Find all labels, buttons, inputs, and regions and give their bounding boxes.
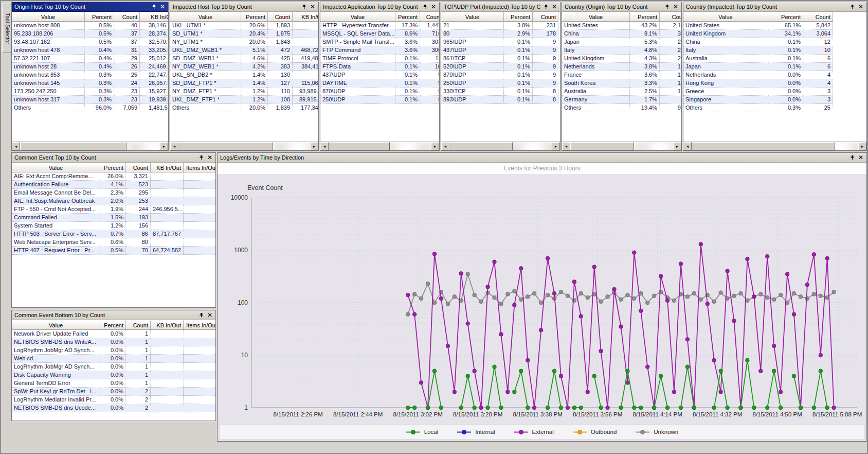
close-icon[interactable]: ✕ (857, 154, 864, 161)
pin-icon[interactable] (150, 3, 157, 10)
scroll-right-button[interactable]: ► (431, 142, 439, 150)
column-header-items-in-out[interactable]: Items In/Out (184, 320, 215, 330)
table-row[interactable]: NETBIOS SMB-DS dns Ucode...0.0%2 (12, 404, 215, 412)
panel-titlebar[interactable]: Country (Origin) Top 10 by Count ✕ (562, 2, 681, 12)
column-header-value[interactable]: Value (12, 12, 85, 22)
table-row[interactable]: 57.32.221.1070.4%2925,012.4... (12, 55, 168, 63)
table-row[interactable]: France3.6%175 (562, 71, 681, 79)
scroll-track[interactable] (692, 142, 858, 150)
table-row[interactable]: MSSQL - SQL Server Data...8.6%716 (320, 30, 439, 38)
column-header-percent[interactable]: Percent (768, 12, 803, 22)
table-row[interactable]: HTTP - Hypertext Transfer...17.3%1,447 (320, 22, 439, 30)
table-row[interactable]: SD_UTM1 *20.4%1,875 (170, 30, 318, 38)
column-header-percent[interactable]: Percent (241, 12, 268, 22)
panel-titlebar[interactable]: TCP\UDP Port (Impacted) Top 10 by Co... … (441, 2, 560, 12)
table-row[interactable]: 870\UDP0.1%9 (320, 88, 439, 96)
pin-icon[interactable] (421, 3, 428, 10)
scroll-left-button[interactable]: ◄ (12, 142, 20, 150)
table-row[interactable]: AIE: Ext:Accnt Comp:Remote...26.0%3,321 (12, 172, 215, 181)
table-row[interactable]: LogRhythm Mediator Invalid Pr...0.0%2 (12, 396, 215, 404)
table-row[interactable]: LogRhythm JobMgr AD Synch...0.0%1 (12, 346, 215, 355)
panel-titlebar[interactable]: Origin Host Top 10 by Count ✕ (12, 2, 168, 12)
column-header-value[interactable]: Value (441, 12, 504, 22)
table-row[interactable]: unknown host 3170.3%2319,939.9... (12, 96, 168, 104)
pin-icon[interactable] (848, 154, 856, 161)
table-row[interactable]: China8.1%394 (562, 30, 681, 38)
table-row[interactable]: Japan5.3%258 (562, 38, 681, 46)
table-row[interactable]: 802.9%178 (441, 30, 560, 38)
table-row[interactable]: UKL_DMZ_WEB1 *5.1%472468,728... (170, 46, 318, 55)
table-row[interactable]: 437\UDP0.1%9 (320, 71, 439, 79)
table-row[interactable]: United States43.2%2,104 (562, 22, 681, 30)
table-row[interactable]: SpWr-Put KeyLgr RnTm Det - i...0.0%2 (12, 388, 215, 396)
table-row[interactable]: Netherlands0.0%4 (683, 71, 866, 79)
column-header-count[interactable]: Count (420, 12, 439, 22)
column-header-count[interactable]: Count (660, 12, 681, 22)
column-header-count[interactable]: Count (803, 12, 833, 22)
panel-titlebar[interactable]: Common Event Top 10 by Count ✕ (12, 153, 215, 163)
table-row[interactable]: FTP Command3.6%300 (320, 46, 439, 55)
table-row[interactable]: LogRhythm JobMgr AD Synch...0.0%1 (12, 363, 215, 371)
scroll-track[interactable] (20, 142, 160, 150)
table-row[interactable]: South Korea3.3%161 (562, 79, 681, 88)
table-row[interactable]: Others19.4%945 (562, 104, 681, 112)
scroll-thumb[interactable] (692, 142, 835, 150)
table-row[interactable]: China0.1%12 (683, 38, 866, 46)
table-row[interactable]: HTTP 407 : Request Error - Pr...0.5%7064… (12, 247, 215, 255)
close-icon[interactable]: ✕ (206, 154, 213, 161)
table-row[interactable]: SMTP - Simple Mail Transf...3.6%301 (320, 38, 439, 46)
table-row[interactable]: 250\UDP0.1%9 (441, 79, 560, 88)
table-row[interactable]: Web cd..0.0%1 (12, 355, 215, 363)
table-row[interactable]: United Kingdom4.3%209 (562, 55, 681, 63)
close-icon[interactable]: ✕ (159, 3, 166, 10)
column-header-count[interactable]: Count (126, 320, 151, 330)
close-icon[interactable]: ✕ (551, 3, 558, 10)
table-row[interactable]: NY_DMZ_WEB1 *4.2%383384,411... (170, 63, 318, 71)
horizontal-scrollbar[interactable]: ◄ ► (12, 142, 168, 150)
table-row[interactable]: 861\TCP0.1%9 (441, 55, 560, 63)
table-row[interactable]: NETBIOS SMB-DS dns WriteA...0.0%1 (12, 338, 215, 346)
scroll-track[interactable] (178, 142, 310, 150)
pin-icon[interactable] (197, 311, 205, 319)
close-icon[interactable]: ✕ (430, 3, 437, 10)
column-header-percent[interactable]: Percent (100, 163, 126, 172)
column-header-percent[interactable]: Percent (395, 12, 420, 22)
pin-icon[interactable] (197, 154, 205, 161)
table-row[interactable]: unknown host 8080.5%4038,146.7... (12, 22, 168, 30)
table-row[interactable]: TIME Protocol0.1%11 (320, 55, 439, 63)
column-header-items-in-out[interactable]: Items In/Out (184, 163, 215, 172)
column-header-kb-in-out[interactable]: KB In/Out (293, 12, 318, 22)
table-row[interactable]: UKL_SN_DB2 *1.4%130 (170, 71, 318, 79)
column-header-count[interactable]: Count (268, 12, 293, 22)
scroll-thumb[interactable] (20, 142, 126, 150)
scroll-left-button[interactable]: ◄ (170, 142, 178, 150)
horizontal-scrollbar[interactable]: ◄ ► (441, 142, 560, 150)
column-header-kb-in-out[interactable]: KB In/Out (151, 163, 184, 172)
table-row[interactable]: Hong Kong0.0%4 (683, 79, 866, 88)
table-row[interactable]: Singapore0.0%3 (683, 96, 866, 104)
table-row[interactable]: Australia0.1%6 (683, 55, 866, 63)
scroll-left-button[interactable]: ◄ (562, 142, 570, 150)
scroll-left-button[interactable]: ◄ (441, 142, 449, 150)
scroll-right-button[interactable]: ► (160, 142, 168, 150)
table-row[interactable]: Australia2.5%122 (562, 88, 681, 96)
scroll-right-button[interactable]: ► (673, 142, 681, 150)
table-row[interactable]: Italy0.1%10 (683, 46, 866, 55)
table-row[interactable]: Others0.3%25 (683, 104, 866, 112)
panel-titlebar[interactable]: Impacted Host Top 10 by Count ✕ (170, 2, 318, 12)
table-row[interactable]: SD_DMZ_FTP1 *1.4%127115,063... (170, 79, 318, 88)
scroll-right-button[interactable]: ► (552, 142, 560, 150)
table-row[interactable]: 520\UDP0.1%9 (441, 63, 560, 71)
table-row[interactable]: Greece0.0%3 (683, 88, 866, 96)
close-icon[interactable]: ✕ (309, 3, 316, 10)
horizontal-scrollbar[interactable]: ◄ ► (683, 142, 866, 150)
table-row[interactable]: Others96.0%7,0591,481,59... (12, 104, 168, 112)
column-header-kb-in-out[interactable]: KB In/Out (140, 12, 168, 22)
pin-icon[interactable] (542, 3, 549, 10)
scroll-thumb[interactable] (449, 142, 513, 150)
table-row[interactable]: Command Failed1.5%193 (12, 214, 215, 222)
column-header-value[interactable]: Value (12, 163, 100, 172)
horizontal-scrollbar[interactable]: ◄ ► (320, 142, 439, 150)
table-row[interactable]: Network Driver Update Failed0.0%1 (12, 330, 215, 338)
column-header-kb-in-out[interactable]: KB In/Out (151, 320, 184, 330)
